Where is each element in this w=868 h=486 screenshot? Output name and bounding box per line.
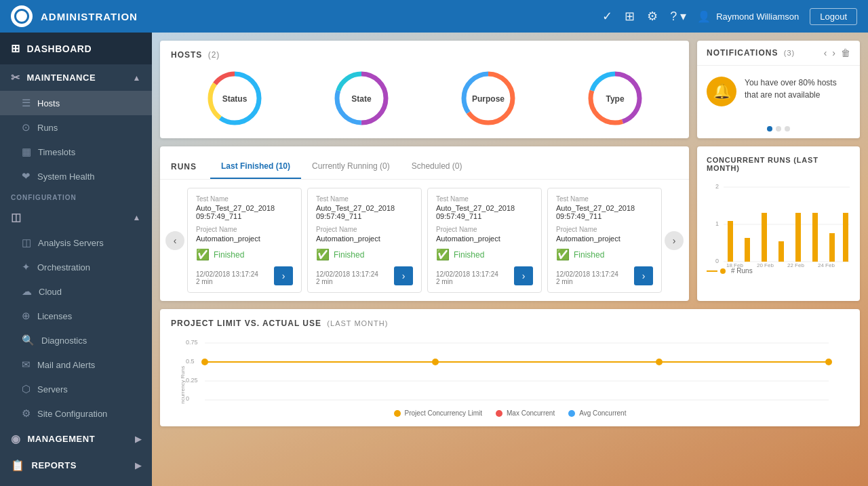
sidebar-item-dashboard[interactable]: ⊞ DASHBOARD (0, 33, 152, 64)
runs-prev-button[interactable]: ‹ (165, 231, 184, 250)
sidebar-section-maintenance[interactable]: ✂ MAINTENANCE ▲ (0, 64, 152, 91)
runs-tabs: Last Finished (10)Currently Running (0)S… (210, 155, 473, 179)
status-label: Finished (574, 250, 604, 260)
project-title: PROJECT LIMIT VS. ACTUAL USE (LAST MONTH… (171, 319, 849, 328)
runs-tab-2[interactable]: Scheduled (0) (401, 155, 473, 179)
svg-point-46 (825, 359, 832, 365)
project-name-value: Automation_project (556, 235, 653, 243)
notif-message: You have over 80% hosts that are not ava… (745, 77, 850, 101)
run-duration: 2 min (556, 278, 618, 285)
servers-icon: ⬡ (22, 383, 31, 395)
svg-text:0: 0 (186, 395, 189, 402)
runs-cards: Test Name Auto_Test_27_02_2018 09:57:49_… (184, 188, 665, 293)
svg-text:1: 1 (715, 220, 719, 227)
notif-dot-1[interactable] (776, 126, 781, 131)
run-time: 12/02/2018 13:17:24 2 min (556, 270, 618, 285)
runs-next-button[interactable]: › (665, 231, 684, 250)
help-icon[interactable]: ? ▾ (670, 9, 686, 24)
run-duration: 2 min (316, 278, 378, 285)
sidebar-item-site-config[interactable]: ⚙ Site Configuration (0, 401, 152, 426)
proj-legend-label-1: Max Concurrent (507, 409, 555, 417)
notif-body: 🔔 You have over 80% hosts that are not a… (697, 66, 860, 126)
sidebar-item-mail-alerts[interactable]: ✉ Mail and Alerts (0, 352, 152, 377)
sidebar-item-analysis-servers[interactable]: ◫ Analysis Servers (0, 230, 152, 255)
grid-icon[interactable]: ⊞ (625, 9, 635, 24)
bell-icon: 🔔 (713, 83, 731, 100)
top-navigation: ADMINISTRATION ✓ ⊞ ⚙ ? ▾ 👤 Raymond Willi… (0, 0, 868, 33)
hosts-panel-title: HOSTS (2) (171, 50, 678, 60)
svg-text:State: State (351, 94, 372, 104)
svg-text:2: 2 (715, 183, 719, 190)
legend-line (707, 270, 717, 272)
svg-rect-25 (728, 221, 733, 262)
donut-status: Status (204, 68, 265, 129)
svg-rect-29 (795, 213, 801, 262)
sidebar-section-reports[interactable]: 📋 REPORTS ▶ (0, 452, 152, 479)
site-config-label: Site Configuration (37, 409, 107, 419)
run-card-footer: 12/02/2018 13:17:24 2 min › (436, 266, 533, 285)
run-status: ✅ Finished (556, 248, 653, 261)
proj-legend-label-2: Avg Concurrent (579, 409, 626, 417)
sidebar-section-configuration[interactable]: ◫ ▲ (0, 204, 152, 230)
site-config-icon: ⚙ (22, 407, 31, 420)
run-detail-arrow[interactable]: › (514, 266, 533, 285)
maintenance-chevron-icon: ▲ (133, 73, 141, 83)
donut-svg-purpose: Purpose (458, 68, 519, 129)
timeslots-icon: ▦ (22, 146, 31, 158)
test-name-label: Test Name (316, 195, 413, 203)
checkmark-icon[interactable]: ✓ (602, 9, 612, 24)
run-card-footer: 12/02/2018 13:17:24 2 min › (556, 266, 653, 285)
servers-label: Servers (37, 384, 68, 394)
content-inner: HOSTS (2) StatusStatePurposeType NOTIFIC… (152, 33, 868, 434)
sidebar-item-runs[interactable]: ⊙ Runs (0, 115, 152, 140)
run-duration: 2 min (196, 278, 258, 285)
proj-legend-dot-0 (394, 410, 401, 417)
management-icon: ◉ (11, 432, 21, 445)
project-name-label: Project Name (316, 226, 413, 233)
system-health-icon: ❤ (22, 170, 31, 182)
runs-tab-0[interactable]: Last Finished (10) (210, 155, 301, 179)
config-icon: ◫ (11, 211, 22, 224)
test-name-value: Auto_Test_27_02_2018 09:57:49_711 (316, 204, 413, 220)
sidebar-item-diagnostics[interactable]: 🔍 Diagnostics (0, 328, 152, 352)
licenses-label: Licenses (37, 311, 72, 321)
sidebar-item-timeslots[interactable]: ▦ Timeslots (0, 140, 152, 164)
sidebar-item-cloud[interactable]: ☁ Cloud (0, 279, 152, 304)
notifications-panel: NOTIFICATIONS (3) ‹ › 🗑 🔔 You (697, 41, 860, 138)
user-icon: 👤 (697, 10, 711, 23)
run-detail-arrow[interactable]: › (634, 266, 653, 285)
run-detail-arrow[interactable]: › (274, 266, 293, 285)
notif-delete-icon[interactable]: 🗑 (841, 47, 850, 58)
donut-row: StatusStatePurposeType (171, 68, 678, 129)
sidebar-item-servers[interactable]: ⬡ Servers (0, 377, 152, 401)
donut-svg-type: Type (585, 68, 646, 129)
run-status: ✅ Finished (196, 248, 293, 261)
orchestration-label: Orchestration (37, 262, 90, 272)
concurrent-title: CONCURRENT RUNS (LAST MONTH) (707, 156, 850, 172)
svg-text:Type: Type (606, 94, 624, 104)
logout-button[interactable]: Logout (810, 8, 857, 25)
sidebar-item-orchestration[interactable]: ✦ Orchestration (0, 255, 152, 279)
runs-header: RUNS Last Finished (10)Currently Running… (160, 146, 689, 180)
notif-dot-0[interactable] (767, 126, 772, 131)
runs-tab-1[interactable]: Currently Running (0) (301, 155, 401, 179)
svg-point-43 (201, 359, 208, 365)
proj-legend-label-0: Project Concurrency Limit (405, 409, 482, 417)
svg-text:24 Feb: 24 Feb (818, 262, 835, 268)
sidebar-item-licenses[interactable]: ⊕ Licenses (0, 304, 152, 328)
notif-prev-icon[interactable]: ‹ (824, 47, 827, 58)
svg-text:0.5: 0.5 (186, 358, 195, 365)
sidebar-item-hosts[interactable]: ☰ Hosts (0, 91, 152, 115)
run-card-footer: 12/02/2018 13:17:24 2 min › (196, 266, 293, 285)
sidebar-section-management[interactable]: ◉ MANAGEMENT ▶ (0, 426, 152, 452)
notif-dot-2[interactable] (785, 126, 790, 131)
notif-bell-circle: 🔔 (707, 77, 736, 106)
test-name-value: Auto_Test_27_02_2018 09:57:49_711 (436, 204, 533, 220)
project-name-value: Automation_project (436, 235, 533, 243)
sidebar-item-system-health[interactable]: ❤ System Health (0, 164, 152, 188)
notif-next-icon[interactable]: › (832, 47, 835, 58)
settings-icon[interactable]: ⚙ (647, 9, 658, 24)
run-detail-arrow[interactable]: › (394, 266, 413, 285)
user-info[interactable]: 👤 Raymond Williamson (697, 10, 799, 23)
test-name-label: Test Name (436, 195, 533, 203)
